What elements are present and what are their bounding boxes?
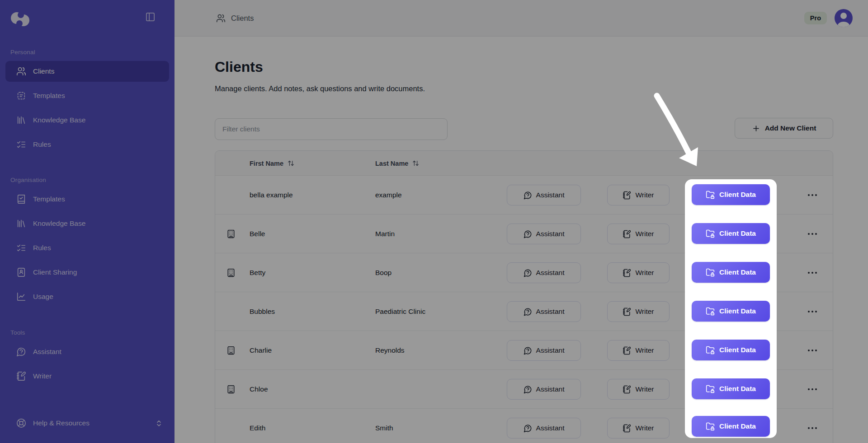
client-data-button[interactable]: Client Data xyxy=(692,223,770,244)
tour-spotlight-client-data-column: Client DataClient DataClient DataClient … xyxy=(685,179,777,438)
app-window: PersonalClientsTemplatesKnowledge BaseRu… xyxy=(0,0,868,443)
client-data-button[interactable]: Client Data xyxy=(692,184,770,205)
folder-lock-icon xyxy=(706,190,715,199)
folder-lock-icon xyxy=(706,422,715,431)
client-data-button[interactable]: Client Data xyxy=(692,378,770,399)
folder-lock-icon xyxy=(706,384,715,393)
folder-lock-icon xyxy=(706,345,715,354)
folder-lock-icon xyxy=(706,268,715,277)
client-data-button[interactable]: Client Data xyxy=(692,340,770,360)
client-data-button[interactable]: Client Data xyxy=(692,262,770,283)
folder-lock-icon xyxy=(706,307,715,316)
client-data-button[interactable]: Client Data xyxy=(692,301,770,322)
client-data-button[interactable]: Client Data xyxy=(692,416,770,437)
folder-lock-icon xyxy=(706,229,715,238)
